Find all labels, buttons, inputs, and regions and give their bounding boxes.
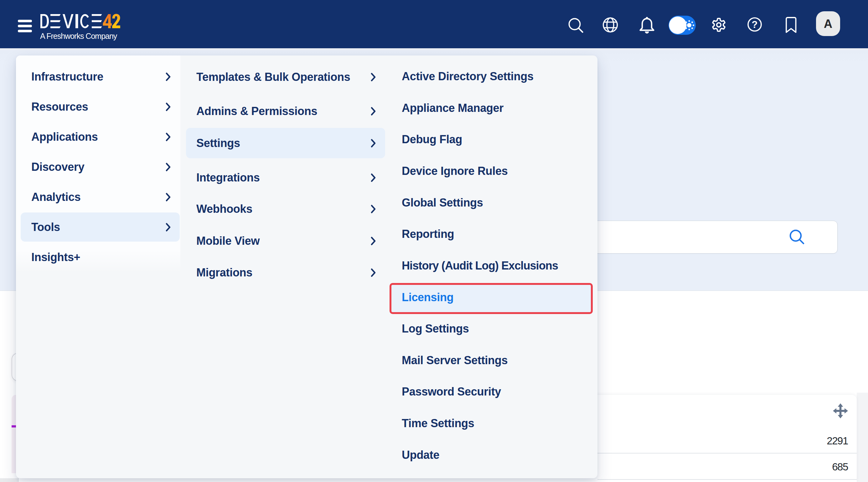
- svg-text:A Freshworks Company: A Freshworks Company: [40, 32, 117, 40]
- svg-text:A: A: [824, 17, 832, 30]
- svg-text:?: ?: [752, 19, 758, 30]
